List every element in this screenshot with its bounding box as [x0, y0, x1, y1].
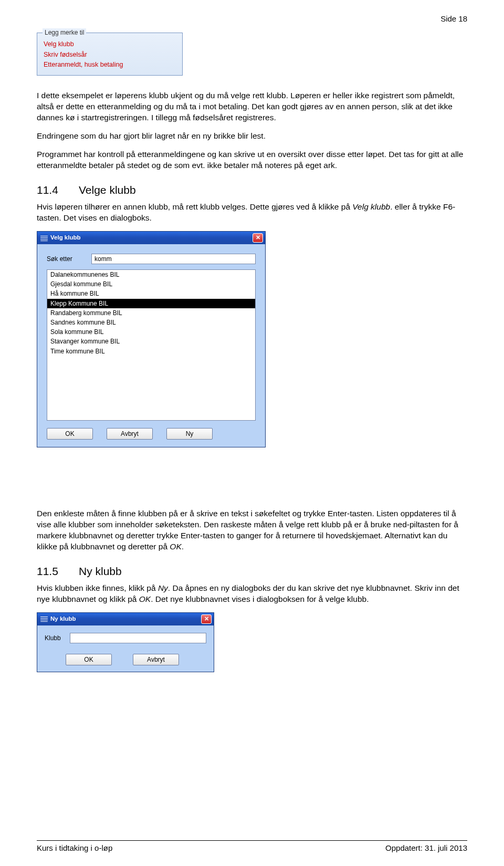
- body-paragraph: Endringene som du har gjort blir lagret …: [37, 131, 467, 142]
- footer-left: Kurs i tidtaking i o-løp: [37, 843, 112, 853]
- dialog-velg-klubb: Velg klubb ✕ Søk etter Dalanekommunenes …: [37, 231, 266, 447]
- ok-button[interactable]: OK: [66, 654, 112, 665]
- app-icon: [40, 235, 48, 241]
- notice-line: Etteranmeldt, husk betaling: [44, 60, 176, 70]
- footer-right: Oppdatert: 31. juli 2013: [385, 843, 467, 853]
- club-listbox[interactable]: Dalanekommunenes BIL Gjesdal kommune BIL…: [47, 269, 256, 421]
- body-paragraph: I dette eksempelet er løperens klubb ukj…: [37, 90, 467, 123]
- app-icon: [40, 616, 48, 622]
- klubb-input[interactable]: [70, 633, 206, 643]
- close-icon[interactable]: ✕: [253, 233, 263, 243]
- page-number: Side 18: [37, 14, 467, 24]
- list-item[interactable]: Stavanger kommune BIL: [47, 337, 255, 346]
- dialog-ny-klubb: Ny klubb ✕ Klubb OK Avbryt: [37, 612, 214, 672]
- search-label: Søk etter: [47, 255, 91, 263]
- notice-group: Legg merke til Velg klubb Skriv fødselså…: [37, 33, 183, 76]
- section-title: Ny klubb: [79, 565, 122, 577]
- dialog-titlebar[interactable]: Ny klubb ✕: [37, 613, 214, 625]
- body-paragraph: Den enkleste måten å finne klubben på er…: [37, 508, 467, 552]
- section-number: 11.4: [37, 183, 79, 197]
- list-item[interactable]: Klepp Kommune BIL: [47, 299, 255, 308]
- list-item[interactable]: Gjesdal kommune BIL: [47, 279, 255, 289]
- body-paragraph: Programmet har kontroll på etteranmeldin…: [37, 149, 467, 171]
- cancel-button[interactable]: Avbryt: [133, 654, 179, 665]
- section-heading-11-4: 11.4Velge klubb: [37, 183, 467, 197]
- klubb-label: Klubb: [45, 634, 70, 642]
- cancel-button[interactable]: Avbryt: [107, 428, 153, 440]
- list-item[interactable]: Sola kommune BIL: [47, 327, 255, 337]
- dialog-title: Velg klubb: [50, 234, 253, 242]
- body-paragraph: Hvis klubben ikke finnes, klikk på Ny. D…: [37, 583, 467, 605]
- body-paragraph: Hvis løperen tilhører en annen klubb, må…: [37, 202, 467, 224]
- list-item[interactable]: Time kommune BIL: [47, 347, 255, 356]
- search-input[interactable]: [91, 254, 256, 264]
- notice-line: Skriv fødselsår: [44, 50, 176, 60]
- dialog-titlebar[interactable]: Velg klubb ✕: [37, 232, 265, 244]
- ok-button[interactable]: OK: [47, 428, 93, 440]
- list-item[interactable]: Randaberg kommune BIL: [47, 308, 255, 318]
- list-item[interactable]: Hå kommune BIL: [47, 289, 255, 298]
- notice-line: Velg klubb: [44, 39, 176, 49]
- new-button[interactable]: Ny: [166, 428, 213, 440]
- page-footer: Kurs i tidtaking i o-løp Oppdatert: 31. …: [37, 840, 467, 853]
- dialog-title: Ny klubb: [50, 615, 201, 623]
- list-item[interactable]: Dalanekommunenes BIL: [47, 270, 255, 279]
- list-item[interactable]: Sandnes kommune BIL: [47, 318, 255, 327]
- notice-legend: Legg merke til: [43, 28, 86, 37]
- section-heading-11-5: 11.5Ny klubb: [37, 564, 467, 579]
- section-number: 11.5: [37, 564, 79, 579]
- section-title: Velge klubb: [79, 184, 136, 196]
- close-icon[interactable]: ✕: [201, 614, 212, 624]
